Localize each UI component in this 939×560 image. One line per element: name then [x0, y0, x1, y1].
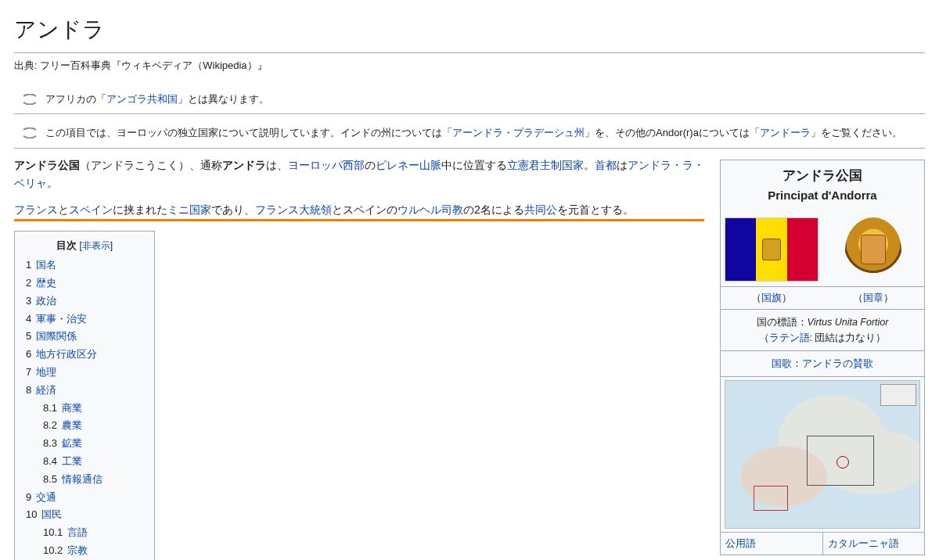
lead-bold: アンドラ [222, 159, 266, 171]
toc-item[interactable]: 8.4工業 [26, 454, 143, 470]
hatnote-link-andora[interactable]: アンドーラ [760, 127, 811, 138]
toc-item[interactable]: 8経済 [26, 382, 143, 399]
lead-text: 。 [584, 159, 595, 171]
lead-text: に挟まれた [113, 203, 167, 216]
link-official-language-label[interactable]: 公用語 [725, 538, 756, 549]
toc-number: 9 [26, 490, 31, 506]
toc-link[interactable]: 国民 [41, 508, 62, 520]
link-pyrenees[interactable]: ピレネー山脈 [376, 159, 441, 171]
hatnote-disambig-1: アフリカの「アンゴラ共和国」とは異なります。 [14, 88, 925, 115]
link-urgell-bishop[interactable]: ウルヘル司教 [398, 203, 463, 216]
link-microstate[interactable]: ミニ国家 [167, 203, 211, 216]
toc-link[interactable]: 工業 [62, 455, 82, 467]
lead-text: は、 [266, 159, 288, 171]
link-french-president[interactable]: フランス大統領 [255, 203, 332, 216]
infobox-subtitle: Principat d'Andorra [721, 186, 924, 210]
toc-item[interactable]: 8.5情報通信 [26, 472, 143, 488]
toc-number: 4 [26, 311, 31, 328]
toc-number: 5 [26, 328, 31, 345]
lead-text: と [58, 203, 69, 216]
toc-number: 10 [26, 507, 37, 523]
toc-link[interactable]: 政治 [36, 295, 56, 307]
toc-toggle-link[interactable]: 非表示 [82, 240, 110, 251]
toc-link[interactable]: 歴史 [36, 277, 56, 289]
hatnote-text: 」とは異なります。 [178, 93, 269, 105]
toc-link[interactable]: 情報通信 [62, 473, 103, 485]
lead-paragraph-2: フランスとスペインに挟まれたミニ国家であり、フランス大統領とスペインのウルヘル司… [14, 201, 704, 221]
toc-link[interactable]: 宗教 [67, 544, 88, 556]
disambig-icon [22, 127, 38, 138]
toc-link[interactable]: 軍事・治安 [36, 313, 87, 325]
hatnote-link-angola[interactable]: アンゴラ共和国 [106, 93, 178, 105]
hatnote-text: 」を、その他のAndor(r)aについては「 [585, 127, 760, 138]
link-france[interactable]: フランス [14, 203, 58, 216]
link-anthem[interactable]: アンドラの賛歌 [802, 358, 873, 369]
link-coa[interactable]: 国章 [863, 293, 883, 303]
toc-item[interactable]: 5国際関係 [26, 328, 143, 345]
toc-link[interactable]: 農業 [62, 419, 82, 431]
toc-link[interactable]: 商業 [62, 402, 82, 414]
toc-item[interactable]: 6地方行政区分 [26, 346, 143, 363]
lead-text: の2名による [463, 203, 524, 216]
link-constitutional-monarchy[interactable]: 立憲君主制国家 [507, 159, 584, 171]
toc-item[interactable]: 10.1言語 [26, 525, 143, 541]
toc-item[interactable]: 10国民 [26, 507, 143, 523]
toc-link[interactable]: 地方行政区分 [36, 348, 97, 360]
link-western-europe[interactable]: ヨーロッパ西部 [288, 159, 365, 171]
toc-link[interactable]: 地理 [36, 366, 56, 378]
toc-link[interactable]: 言語 [67, 526, 88, 538]
link-spain[interactable]: スペイン [69, 203, 113, 216]
toc-number: 8 [26, 382, 31, 399]
lead-paragraph-1: アンドラ公国（アンドラこうこく）、通称アンドラは、ヨーロッパ西部のピレネー山脈中… [14, 156, 704, 192]
toc-link[interactable]: 経済 [36, 384, 56, 396]
toc-item[interactable]: 8.3鉱業 [26, 436, 143, 452]
toc-item[interactable]: 3政治 [26, 293, 143, 310]
toc-number: 1 [26, 257, 31, 274]
infobox-motto: 国の標語：Virtus Unita Fortior （ラテン語: 団結は力なり） [721, 309, 924, 350]
toc-item[interactable]: 8.1商業 [26, 400, 143, 417]
toc-link[interactable]: 交通 [36, 491, 56, 503]
link-flag[interactable]: 国旗 [761, 293, 782, 303]
toc-item[interactable]: 7地理 [26, 364, 143, 381]
toc-item[interactable]: 2歴史 [26, 275, 143, 292]
link-capital[interactable]: 首都 [595, 159, 617, 171]
location-map[interactable] [725, 380, 920, 529]
toc-number: 2 [26, 275, 31, 292]
disambig-icon [22, 94, 38, 105]
hatnote-link-andhra[interactable]: アーンドラ・プラデーシュ州 [452, 127, 585, 138]
link-anthem-label[interactable]: 国歌 [772, 358, 792, 369]
toc-number: 8.3 [43, 436, 57, 452]
toc-item[interactable]: 9交通 [26, 490, 143, 506]
toc-number: 8.2 [43, 418, 57, 434]
toc-number: 8.5 [43, 472, 57, 488]
toc-item[interactable]: 1国名 [26, 257, 143, 274]
table-of-contents: 目次 [非表示] 1国名2歴史3政治4軍事・治安5国際関係6地方行政区分7地理8… [14, 231, 155, 560]
infobox-title: アンドラ公国 [721, 160, 924, 186]
toc-number: 7 [26, 364, 31, 381]
hatnote-disambig-2: この項目では、ヨーロッパの独立国家について説明しています。インドの州については「… [14, 122, 925, 149]
toc-item[interactable]: 10.2宗教 [26, 543, 143, 559]
coat-of-arms-image[interactable] [845, 217, 901, 283]
toc-number: 8.1 [43, 400, 57, 417]
lead-text: とスペインの [332, 203, 398, 216]
flag-image[interactable] [725, 217, 818, 282]
link-catalan[interactable]: カタルーニャ語 [828, 538, 899, 549]
link-coprince[interactable]: 共同公 [524, 203, 557, 216]
toc-number: 3 [26, 293, 31, 310]
lead-text: を元首とする。 [557, 203, 634, 216]
lead-text: であり、 [211, 203, 255, 216]
toc-item[interactable]: 8.2農業 [26, 418, 143, 434]
toc-link[interactable]: 鉱業 [62, 437, 82, 449]
lead-bold: アンドラ公国 [14, 159, 80, 171]
source-line: 出典: フリー百科事典『ウィキペディア（Wikipedia）』 [14, 58, 925, 74]
infobox-anthem: 国歌：アンドラの賛歌 [721, 350, 924, 376]
toc-link[interactable]: 国名 [36, 259, 56, 271]
toc-item[interactable]: 4軍事・治安 [26, 311, 143, 328]
lead-text: （アンドラこうこく）、通称 [80, 159, 222, 171]
lead-text: の [365, 159, 376, 171]
toc-number: 10.1 [43, 525, 63, 541]
link-latin[interactable]: ラテン語 [769, 332, 810, 343]
toc-number: 8.4 [43, 454, 57, 470]
toc-link[interactable]: 国際関係 [36, 330, 77, 342]
toc-number: 10.2 [43, 543, 63, 559]
